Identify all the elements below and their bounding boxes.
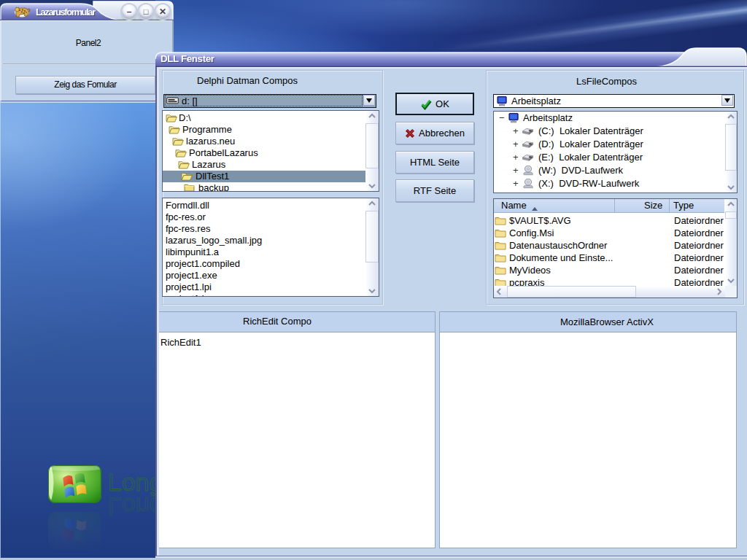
svg-text:Longhorn: Longhorn: [108, 468, 155, 496]
svg-text:Longhorn: Longhorn: [108, 493, 155, 521]
